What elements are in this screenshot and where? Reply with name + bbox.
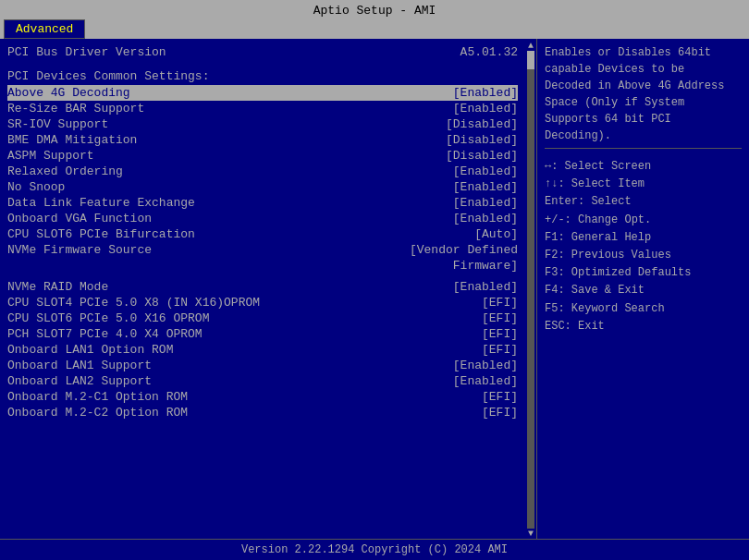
menu-item-label-1: Re-Size BAR Support [7, 102, 144, 116]
menu-item-13[interactable]: CPU SLOT4 PCIe 5.0 X8 (IN X16)OPROM[EFI] [7, 295, 518, 310]
menu-item-4[interactable]: ASPM Support[Disabled] [7, 148, 518, 164]
scroll-down-arrow[interactable]: ▼ [528, 529, 534, 539]
scrollbar-area: ▲ ▼ [525, 39, 536, 539]
menu-item-5[interactable]: Relaxed Ordering[Enabled] [7, 164, 518, 179]
menu-item-value-12: [Enabled] [453, 280, 518, 294]
menu-item-value-6: [Enabled] [453, 180, 518, 194]
menu-item-label-14: CPU SLOT6 PCIe 5.0 X16 OPROM [7, 311, 209, 325]
key-help-item-5: F2: Previous Values [545, 247, 742, 264]
menu-item-label-4: ASPM Support [7, 149, 94, 163]
key-help-desc-8: Keyword Search [571, 302, 665, 315]
key-help-key-4: F1: [545, 231, 571, 244]
menu-item-value-0: [Enabled] [453, 86, 518, 100]
scrollbar-track[interactable] [527, 51, 534, 529]
menu-item-10-line2: Firmware] [7, 258, 518, 274]
scroll-up-arrow[interactable]: ▲ [528, 41, 534, 51]
menu-item-value-17: [Enabled] [453, 359, 518, 372]
menu-item-label-16: Onboard LAN1 Option ROM [7, 343, 173, 357]
menu-item-value-20: [EFI] [482, 406, 518, 420]
help-line2: capable Devices to be [545, 61, 742, 78]
menu-item-19[interactable]: Onboard M.2-C1 Option ROM[EFI] [7, 389, 518, 405]
menu-item-value-13: [EFI] [482, 296, 518, 310]
menu-item-20[interactable]: Onboard M.2-C2 Option ROM[EFI] [7, 405, 518, 420]
key-help-desc-2: Select [591, 195, 631, 208]
key-help-desc-9: Exit [578, 320, 605, 333]
left-panel: PCI Bus Driver Version A5.01.32 PCI Devi… [0, 39, 525, 539]
menu-item-label-15: PCH SLOT7 PCIe 4.0 X4 OPROM [7, 327, 203, 341]
key-help-desc-6: Optimized Defaults [571, 266, 692, 279]
key-help-key-9: ESC: [545, 320, 578, 333]
menu-item-1[interactable]: Re-Size BAR Support[Enabled] [7, 101, 518, 116]
menu-item-15[interactable]: PCH SLOT7 PCIe 4.0 X4 OPROM[EFI] [7, 326, 518, 342]
key-help-key-6: F3: [545, 266, 571, 279]
key-help-desc-7: Save & Exit [571, 284, 645, 297]
menu-item-label-5: Relaxed Ordering [7, 164, 123, 178]
key-help-item-0: ↔: Select Screen [545, 158, 742, 176]
menu-item-label-6: No Snoop [7, 180, 65, 194]
menu-item-18[interactable]: Onboard LAN2 Support[Enabled] [7, 373, 518, 389]
menu-item-value-3: [Disabled] [446, 133, 518, 147]
key-help-desc-0: Select Screen [565, 160, 652, 173]
menu-item-0[interactable]: Above 4G Decoding[Enabled] [7, 85, 518, 101]
key-help-item-1: ↑↓: Select Item [545, 176, 742, 193]
menu-item-label-7: Data Link Feature Exchange [7, 196, 195, 210]
menu-item-8[interactable]: Onboard VGA Function[Enabled] [7, 211, 518, 226]
key-help-desc-1: Select Item [571, 177, 645, 190]
key-help-desc-4: General Help [571, 231, 651, 244]
menu-list: Above 4G Decoding[Enabled]Re-Size BAR Su… [7, 85, 518, 420]
menu-item-14[interactable]: CPU SLOT6 PCIe 5.0 X16 OPROM[EFI] [7, 310, 518, 326]
menu-item-value-4: [Disabled] [446, 149, 518, 163]
menu-item-9[interactable]: CPU SLOT6 PCIe Bifurcation[Auto] [7, 226, 518, 242]
menu-item-value-19: [EFI] [482, 390, 518, 404]
title-bar: Aptio Setup - AMI [0, 0, 749, 19]
menu-item-7[interactable]: Data Link Feature Exchange[Enabled] [7, 195, 518, 211]
menu-item-label-20: Onboard M.2-C2 Option ROM [7, 406, 188, 420]
menu-item-label-9: CPU SLOT6 PCIe Bifurcation [7, 227, 195, 241]
right-panel: Enables or Disables 64bit capable Device… [536, 39, 749, 539]
menu-item-label-2: SR-IOV Support [7, 117, 108, 131]
key-help-key-5: F2: [545, 249, 571, 262]
pci-version-row: PCI Bus Driver Version A5.01.32 [7, 44, 518, 60]
menu-item-label-19: Onboard M.2-C1 Option ROM [7, 390, 188, 404]
key-help-key-3: +/-: [545, 213, 578, 226]
menu-item-3[interactable]: BME DMA Mitigation[Disabled] [7, 132, 518, 148]
screen: Aptio Setup - AMI Advanced PCI Bus Drive… [0, 0, 749, 560]
menu-item-label-3: BME DMA Mitigation [7, 133, 137, 147]
help-line6: Decoding). [545, 128, 742, 144]
menu-item-value-10: [Vendor Defined [410, 243, 518, 257]
key-help-area: ↔: Select Screen↑↓: Select ItemEnter: Se… [545, 154, 742, 335]
key-help-key-7: F4: [545, 284, 571, 297]
tab-advanced[interactable]: Advanced [4, 19, 85, 39]
key-help-key-2: Enter: [545, 195, 591, 208]
key-help-item-3: +/-: Change Opt. [545, 212, 742, 229]
menu-item-label-13: CPU SLOT4 PCIe 5.0 X8 (IN X16)OPROM [7, 296, 260, 310]
help-text-area: Enables or Disables 64bit capable Device… [545, 44, 742, 149]
menu-item-label-10: NVMe Firmware Source [7, 243, 152, 257]
menu-item-10[interactable]: NVMe Firmware Source[Vendor Defined [7, 242, 518, 258]
menu-item-value-15: [EFI] [482, 327, 518, 341]
scrollbar-thumb[interactable] [527, 51, 534, 69]
menu-item-value-5: [Enabled] [453, 164, 518, 178]
menu-item-16[interactable]: Onboard LAN1 Option ROM[EFI] [7, 342, 518, 358]
menu-item-value2-10: Firmware] [453, 259, 518, 273]
menu-item-label-18: Onboard LAN2 Support [7, 374, 152, 388]
menu-item-label-17: Onboard LAN1 Support [7, 359, 152, 372]
menu-item-2[interactable]: SR-IOV Support[Disabled] [7, 116, 518, 132]
pci-version-label: PCI Bus Driver Version [7, 45, 166, 59]
key-help-item-7: F4: Save & Exit [545, 282, 742, 299]
key-help-item-8: F5: Keyword Search [545, 300, 742, 318]
key-help-item-9: ESC: Exit [545, 318, 742, 335]
menu-item-17[interactable]: Onboard LAN1 Support[Enabled] [7, 358, 518, 373]
menu-item-value-7: [Enabled] [453, 196, 518, 210]
app-title: Aptio Setup - AMI [313, 4, 436, 18]
menu-item-value-2: [Disabled] [446, 117, 518, 131]
menu-item-label-12: NVMe RAID Mode [7, 280, 108, 294]
key-help-key-0: ↔: [545, 160, 565, 173]
menu-item-12[interactable]: NVMe RAID Mode[Enabled] [7, 279, 518, 295]
menu-item-6[interactable]: No Snoop[Enabled] [7, 179, 518, 195]
footer: Version 2.22.1294 Copyright (C) 2024 AMI [0, 539, 749, 560]
pci-version-value: A5.01.32 [460, 45, 518, 59]
menu-item-value-8: [Enabled] [453, 212, 518, 225]
footer-text: Version 2.22.1294 Copyright (C) 2024 AMI [241, 543, 508, 556]
key-help-item-6: F3: Optimized Defaults [545, 264, 742, 282]
